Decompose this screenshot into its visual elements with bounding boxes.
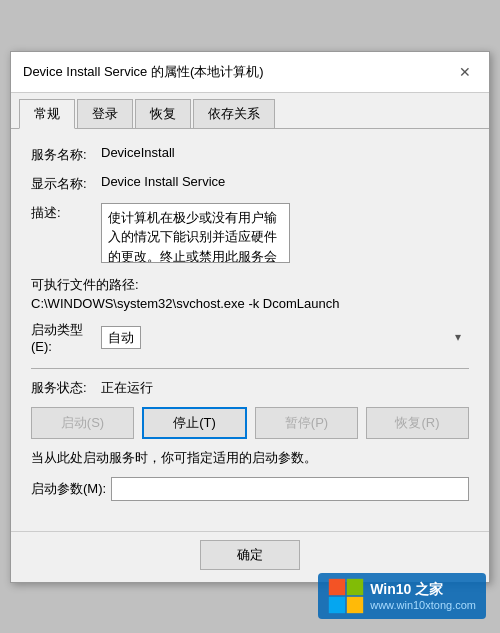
desc-textarea[interactable] (101, 203, 290, 263)
path-label: 可执行文件的路径: (31, 276, 469, 294)
action-buttons-row: 启动(S) 停止(T) 暂停(P) 恢复(R) (31, 407, 469, 439)
startup-label: 启动类型(E): (31, 321, 101, 354)
startup-row: 启动类型(E): 自动 手动 禁用 (31, 321, 469, 354)
tab-dependencies[interactable]: 依存关系 (193, 99, 275, 128)
param-input[interactable] (111, 477, 469, 501)
display-name-value: Device Install Service (101, 174, 469, 189)
divider-1 (31, 368, 469, 369)
service-name-row: 服务名称: DeviceInstall (31, 145, 469, 164)
svg-rect-3 (347, 597, 363, 613)
status-label: 服务状态: (31, 379, 101, 397)
close-button[interactable]: ✕ (453, 60, 477, 84)
tab-recovery[interactable]: 恢复 (135, 99, 191, 128)
svg-rect-0 (329, 579, 345, 595)
display-name-row: 显示名称: Device Install Service (31, 174, 469, 193)
start-button[interactable]: 启动(S) (31, 407, 134, 439)
param-label: 启动参数(M): (31, 480, 111, 498)
tab-general[interactable]: 常规 (19, 99, 75, 129)
windows-logo-icon (328, 578, 364, 614)
startup-select-wrapper: 自动 手动 禁用 (101, 326, 469, 349)
param-row: 启动参数(M): (31, 477, 469, 501)
ok-button[interactable]: 确定 (200, 540, 300, 570)
desc-row: 描述: (31, 203, 469, 266)
stop-button[interactable]: 停止(T) (142, 407, 247, 439)
watermark: Win10 之家 www.win10xtong.com (318, 573, 486, 619)
svg-rect-2 (329, 597, 345, 613)
tab-content: 服务名称: DeviceInstall 显示名称: Device Install… (11, 129, 489, 531)
status-row: 服务状态: 正在运行 (31, 379, 469, 397)
window-title: Device Install Service 的属性(本地计算机) (23, 63, 264, 81)
desc-wrapper (101, 203, 469, 266)
path-section: 可执行文件的路径: C:\WINDOWS\system32\svchost.ex… (31, 276, 469, 311)
svg-rect-1 (347, 579, 363, 595)
desc-label: 描述: (31, 203, 101, 222)
restore-button[interactable]: 恢复(R) (366, 407, 469, 439)
service-name-label: 服务名称: (31, 145, 101, 164)
watermark-text-block: Win10 之家 www.win10xtong.com (370, 581, 476, 611)
properties-window: Device Install Service 的属性(本地计算机) ✕ 常规 登… (10, 51, 490, 583)
startup-select[interactable]: 自动 手动 禁用 (101, 326, 141, 349)
watermark-brand: Win10 之家 (370, 581, 476, 599)
tab-login[interactable]: 登录 (77, 99, 133, 128)
tab-bar: 常规 登录 恢复 依存关系 (11, 93, 489, 129)
hint-text: 当从此处启动服务时，你可指定适用的启动参数。 (31, 449, 469, 467)
service-name-value: DeviceInstall (101, 145, 469, 160)
path-value: C:\WINDOWS\system32\svchost.exe -k DcomL… (31, 296, 469, 311)
display-name-label: 显示名称: (31, 174, 101, 193)
title-bar: Device Install Service 的属性(本地计算机) ✕ (11, 52, 489, 93)
status-value: 正在运行 (101, 379, 153, 397)
pause-button[interactable]: 暂停(P) (255, 407, 358, 439)
watermark-url: www.win10xtong.com (370, 599, 476, 611)
